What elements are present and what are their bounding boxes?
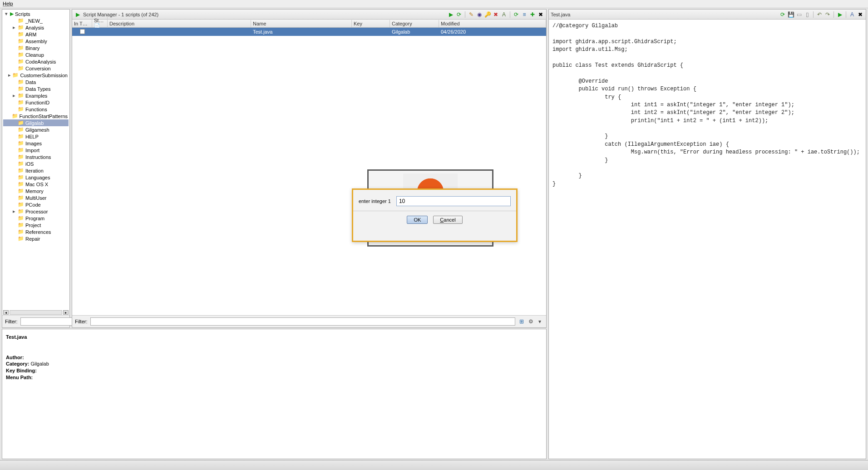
- tree-item-processor[interactable]: ▸📁 Processor: [3, 208, 69, 215]
- tree-item-languages[interactable]: 📁 Languages: [3, 174, 69, 181]
- edit-script-button[interactable]: ✎: [468, 11, 475, 18]
- script-dirs-button[interactable]: ≡: [521, 11, 528, 18]
- intool-checkbox[interactable]: [80, 29, 85, 34]
- folder-icon: 📁: [12, 113, 18, 119]
- close-panel-button[interactable]: ✖: [537, 11, 544, 18]
- tree-item--new-[interactable]: 📁 _NEW_: [3, 17, 69, 24]
- tree-item-import[interactable]: 📁 Import: [3, 147, 69, 153]
- menu-help[interactable]: Help: [3, 1, 13, 6]
- font-button[interactable]: A: [848, 11, 856, 18]
- dialog-prompt-label: enter integer 1: [359, 198, 391, 204]
- redo-button[interactable]: ↷: [824, 11, 831, 18]
- scroll-track[interactable]: [10, 310, 62, 315]
- tree-item-customersubmission[interactable]: ▸📁 CustomerSubmission: [3, 72, 69, 79]
- col-key[interactable]: Key: [352, 20, 390, 27]
- scroll-right-button[interactable]: ▸: [63, 310, 69, 315]
- tree-item-data[interactable]: 📁 Data: [3, 79, 69, 85]
- col-name[interactable]: Name: [251, 20, 352, 27]
- meta-key-label: Key Binding:: [6, 368, 37, 373]
- tree-item-binary[interactable]: 📁 Binary: [3, 45, 69, 51]
- tree-item-repair[interactable]: 📁 Repair: [3, 235, 69, 242]
- filter-settings-icon[interactable]: ⚙: [527, 318, 534, 325]
- dialog-input[interactable]: [396, 196, 511, 206]
- tree-root[interactable]: ▾▶ Scripts: [3, 10, 69, 17]
- key-binding-button[interactable]: 🔑: [484, 11, 491, 18]
- scroll-left-button[interactable]: ◂: [3, 310, 9, 315]
- folder-icon: 📁: [18, 188, 24, 194]
- tree-item-functions[interactable]: 📁 Functions: [3, 106, 69, 113]
- tree-item-memory[interactable]: 📁 Memory: [3, 188, 69, 194]
- run-button[interactable]: ▶: [447, 11, 454, 18]
- tree-item-instructions[interactable]: 📁 Instructions: [3, 153, 69, 160]
- folder-icon: 📁: [18, 215, 24, 221]
- script-tree[interactable]: ▾▶ Scripts📁 _NEW_▸📁 Analysis📁 ARM📁 Assem…: [2, 10, 69, 310]
- tree-horizontal-scrollbar[interactable]: ◂ ▸: [2, 310, 69, 315]
- folder-icon: 📁: [18, 25, 24, 30]
- undo-button[interactable]: ↶: [816, 11, 823, 18]
- folder-icon: 📁: [18, 65, 24, 71]
- folder-icon: 📁: [18, 236, 24, 242]
- ok-button[interactable]: OK: [407, 216, 428, 224]
- folder-icon: 📁: [18, 59, 24, 64]
- tree-item-pcode[interactable]: 📁 PCode: [3, 201, 69, 208]
- close-editor-button[interactable]: ✖: [857, 11, 864, 18]
- tree-item-images[interactable]: 📁 Images: [3, 140, 69, 147]
- filter-history-icon[interactable]: ⊞: [518, 318, 525, 325]
- folder-icon: 📁: [18, 38, 24, 44]
- script-tree-panel: ▾▶ Scripts📁 _NEW_▸📁 Analysis📁 ARM📁 Assem…: [2, 9, 70, 328]
- tree-item-project[interactable]: 📁 Project: [3, 222, 69, 228]
- tree-item-data-types[interactable]: 📁 Data Types: [3, 85, 69, 92]
- tree-item-arm[interactable]: 📁 ARM: [3, 31, 69, 38]
- tree-item-functionstartpatterns[interactable]: 📁 FunctionStartPatterns: [3, 113, 69, 119]
- tree-item-gilgalab[interactable]: 📁 Gilgalab: [3, 119, 69, 126]
- col-intool[interactable]: In T…: [72, 20, 92, 27]
- save-button[interactable]: 💾: [787, 11, 794, 18]
- run-again-button[interactable]: ⟳: [455, 11, 463, 18]
- col-modified[interactable]: Modified: [439, 20, 546, 27]
- refresh-editor-button[interactable]: ⟳: [779, 11, 786, 18]
- folder-icon: 📁: [18, 93, 24, 99]
- meta-menu-label: Menu Path:: [6, 375, 33, 380]
- tree-item-help[interactable]: 📁 HELP: [3, 133, 69, 140]
- folder-icon: 📁: [18, 174, 24, 180]
- tree-item-conversion[interactable]: 📁 Conversion: [3, 65, 69, 72]
- tree-item-mac-os-x[interactable]: 📁 Mac OS X: [3, 181, 69, 188]
- tree-item-codeanalysis[interactable]: 📁 CodeAnalysis: [3, 58, 69, 65]
- folder-icon: 📁: [18, 120, 24, 126]
- tree-item-program[interactable]: 📁 Program: [3, 215, 69, 222]
- new-script-button[interactable]: ✚: [529, 11, 536, 18]
- menu-button[interactable]: ▯: [804, 11, 811, 18]
- folder-icon: 📁: [18, 99, 24, 105]
- play-icon: ▶: [10, 11, 14, 17]
- run-editor-button[interactable]: ▶: [836, 11, 843, 18]
- editor-body[interactable]: //@category Gilgalab import ghidra.app.s…: [549, 20, 866, 459]
- filter-menu-icon[interactable]: ▾: [536, 318, 543, 325]
- table-row[interactable]: Test.javaGilgalab04/26/2020: [72, 28, 546, 36]
- tree-item-ios[interactable]: 📁 iOS: [3, 160, 69, 167]
- meta-category-value: Gilgalab: [30, 361, 49, 366]
- tree-item-iteration[interactable]: 📁 Iteration: [3, 167, 69, 174]
- refresh-button[interactable]: ⟳: [513, 11, 520, 18]
- col-category[interactable]: Category: [390, 20, 439, 27]
- tree-item-examples[interactable]: ▸📁 Examples: [3, 92, 69, 99]
- save-as-button[interactable]: ▭: [795, 11, 803, 18]
- table-header: In T… St… 📄 Description Name Key Categor…: [72, 20, 546, 28]
- tree-item-assembly[interactable]: 📁 Assembly: [3, 38, 69, 45]
- folder-icon: 📁: [18, 18, 24, 24]
- tree-item-multiuser[interactable]: 📁 MultiUser: [3, 194, 69, 201]
- delete-script-button[interactable]: ✖: [492, 11, 499, 18]
- meta-author-label: Author:: [6, 355, 24, 360]
- table-filter-input[interactable]: [90, 317, 516, 326]
- script-meta-panel: Test.java Author: Category: Gilgalab Key…: [2, 329, 547, 459]
- meta-category-label: Category:: [6, 361, 29, 366]
- tree-item-functionid[interactable]: 📁 FunctionID: [3, 99, 69, 106]
- script-manager-title: Script Manager - 1 scripts (of 242): [83, 12, 445, 17]
- tree-item-cleanup[interactable]: 📁 Cleanup: [3, 51, 69, 58]
- col-description[interactable]: Description: [108, 20, 251, 27]
- rename-button[interactable]: A: [500, 11, 508, 18]
- tree-item-gilgamesh[interactable]: 📁 Gilgamesh: [3, 126, 69, 133]
- tree-item-references[interactable]: 📁 References: [3, 228, 69, 235]
- eclipse-button[interactable]: ◉: [476, 11, 483, 18]
- cancel-button[interactable]: Cancel: [433, 216, 462, 224]
- tree-item-analysis[interactable]: ▸📁 Analysis: [3, 24, 69, 31]
